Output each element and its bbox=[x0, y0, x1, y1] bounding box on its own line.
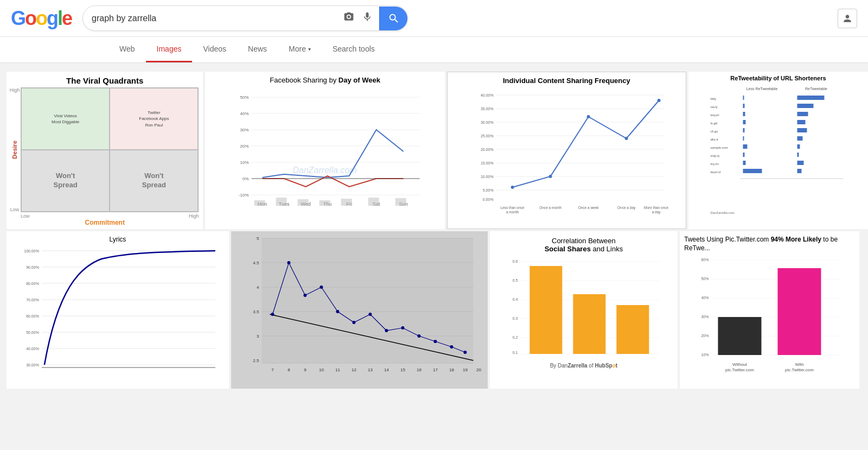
svg-text:is.gd: is.gd bbox=[710, 122, 717, 125]
svg-rect-22 bbox=[254, 200, 265, 206]
svg-text:30%: 30% bbox=[701, 315, 709, 319]
svg-text:DanZarrella.com: DanZarrella.com bbox=[293, 166, 357, 175]
svg-text:10.00%: 10.00% bbox=[481, 175, 494, 179]
result-item-retweet-url[interactable]: ReTweetability of URL Shorteners Less Re… bbox=[688, 72, 868, 229]
svg-text:20: 20 bbox=[476, 367, 481, 372]
svg-rect-28 bbox=[395, 198, 406, 206]
svg-text:2.5: 2.5 bbox=[253, 358, 259, 363]
tab-images[interactable]: Images bbox=[146, 37, 193, 62]
desire-label: Desire bbox=[11, 141, 18, 159]
tab-videos[interactable]: Videos bbox=[192, 37, 237, 62]
svg-text:35.00%: 35.00% bbox=[481, 107, 494, 111]
svg-text:0.3: 0.3 bbox=[512, 316, 518, 320]
svg-text:-10%: -10% bbox=[239, 193, 249, 198]
result-item-pic-twitter[interactable]: Tweets Using Pic.Twitter.com 94% More Li… bbox=[680, 231, 859, 389]
svg-rect-188 bbox=[778, 268, 821, 355]
svg-text:18: 18 bbox=[449, 367, 454, 372]
social-attribution: By DanZarrella of HubSpot bbox=[495, 363, 673, 369]
quadrant-bottom-left: Won'tSpread bbox=[21, 150, 110, 212]
svg-text:Once a day: Once a day bbox=[617, 206, 636, 210]
profile-button[interactable] bbox=[838, 9, 857, 28]
svg-text:10: 10 bbox=[319, 367, 324, 372]
svg-rect-79 bbox=[797, 136, 802, 141]
svg-rect-25 bbox=[320, 200, 330, 206]
svg-text:20%: 20% bbox=[240, 144, 249, 149]
svg-rect-66 bbox=[743, 104, 744, 108]
result-item-scatter[interactable]: 5 4.5 4 3.5 3 2.5 7 8 9 10 11 12 13 14 1… bbox=[231, 231, 488, 389]
svg-text:15.00%: 15.00% bbox=[481, 161, 494, 165]
svg-text:0.4: 0.4 bbox=[512, 297, 518, 301]
svg-rect-73 bbox=[797, 120, 805, 124]
svg-rect-69 bbox=[743, 112, 745, 116]
microphone-icon[interactable] bbox=[361, 10, 374, 26]
pic-twitter-title: Tweets Using Pic.Twitter.com 94% More Li… bbox=[684, 236, 855, 252]
camera-icon[interactable] bbox=[342, 10, 355, 26]
svg-text:50.00%: 50.00% bbox=[26, 331, 39, 334]
svg-text:15: 15 bbox=[400, 367, 405, 372]
svg-point-142 bbox=[336, 310, 339, 313]
svg-rect-85 bbox=[797, 153, 799, 157]
tab-search-tools[interactable]: Search tools bbox=[322, 37, 386, 62]
svg-point-145 bbox=[385, 329, 388, 332]
svg-rect-187 bbox=[718, 317, 762, 355]
svg-text:ReTweetable: ReTweetable bbox=[805, 87, 827, 91]
content-chart-svg: 40.00% 35.00% 30.00% 25.00% 20.00% 15.00… bbox=[452, 87, 681, 217]
result-item-social-shares[interactable]: Correlation BetweenSocial Shares and Lin… bbox=[490, 231, 678, 389]
svg-rect-24 bbox=[298, 199, 309, 206]
search-bar[interactable] bbox=[82, 5, 408, 31]
fb-chart-svg: 50% 40% 30% 20% 10% 0% -10% Mon Tues bbox=[209, 86, 440, 217]
commitment-label: Commitment bbox=[11, 219, 199, 226]
svg-text:7: 7 bbox=[271, 367, 274, 372]
search-button[interactable] bbox=[379, 7, 407, 30]
svg-rect-67 bbox=[797, 104, 813, 108]
content-sharing-title: Individual Content Sharing Frequency bbox=[452, 77, 681, 85]
logo-letter-e: e bbox=[62, 7, 72, 29]
svg-text:tny.im: tny.im bbox=[710, 162, 719, 166]
svg-rect-84 bbox=[743, 153, 744, 157]
retweet-chart-svg: Less ReTweetable ReTweetable bitly ow.ly… bbox=[692, 84, 865, 225]
svg-point-149 bbox=[450, 345, 453, 348]
quadrant-top-right: TwitterFacebook AppsRon Paul bbox=[110, 88, 198, 150]
more-dropdown-arrow: ▾ bbox=[308, 46, 311, 52]
svg-text:11: 11 bbox=[335, 367, 340, 372]
tab-more[interactable]: More ▾ bbox=[278, 37, 322, 62]
svg-text:20%: 20% bbox=[701, 334, 709, 338]
svg-text:60%: 60% bbox=[701, 258, 709, 262]
svg-text:3: 3 bbox=[257, 334, 259, 339]
svg-rect-88 bbox=[797, 161, 803, 165]
svg-rect-64 bbox=[797, 96, 824, 100]
result-item-viral-quadrants[interactable]: The Viral Quadrants High Desire Low Vira… bbox=[7, 72, 203, 229]
svg-text:25.00%: 25.00% bbox=[481, 134, 494, 138]
svg-text:4.5: 4.5 bbox=[253, 261, 259, 265]
svg-point-150 bbox=[463, 351, 467, 354]
quadrant-tr-label: TwitterFacebook AppsRon Paul bbox=[139, 110, 169, 128]
svg-text:8: 8 bbox=[288, 367, 290, 372]
retweet-title: ReTweetability of URL Shorteners bbox=[692, 75, 865, 81]
result-item-content-sharing[interactable]: Individual Content Sharing Frequency 40.… bbox=[447, 72, 686, 229]
result-item-lyrics[interactable]: Lyrics 100.00% 90.00% 80.00% 70.00% bbox=[7, 231, 229, 389]
svg-text:sample.com: sample.com bbox=[710, 146, 727, 149]
svg-point-50 bbox=[624, 137, 628, 140]
svg-text:bitly: bitly bbox=[710, 97, 716, 100]
search-icons bbox=[342, 10, 374, 26]
svg-rect-75 bbox=[743, 128, 744, 132]
lyrics-title: Lyrics bbox=[11, 236, 225, 243]
svg-rect-27 bbox=[368, 198, 379, 206]
svg-text:Less than once: Less than once bbox=[500, 206, 524, 210]
quadrant-bottom-right: Won'tSpread bbox=[110, 150, 198, 212]
svg-rect-78 bbox=[743, 136, 744, 141]
tab-web[interactable]: Web bbox=[108, 37, 146, 62]
svg-text:DanZarrella.com: DanZarrella.com bbox=[636, 217, 665, 217]
result-item-fb-sharing[interactable]: Facebook Sharing by Day of Week 50% 40% … bbox=[205, 72, 444, 229]
nav-bar: Web Images Videos News More ▾ Search too… bbox=[0, 37, 868, 63]
svg-text:30.00%: 30.00% bbox=[26, 363, 39, 367]
svg-rect-82 bbox=[797, 144, 800, 149]
logo-letter-g2: g bbox=[47, 7, 58, 29]
svg-text:0.6: 0.6 bbox=[512, 259, 518, 263]
tab-news[interactable]: News bbox=[237, 37, 278, 62]
search-input[interactable] bbox=[92, 14, 342, 23]
svg-point-147 bbox=[417, 334, 420, 338]
svg-text:tinyurl: tinyurl bbox=[710, 113, 719, 117]
viral-quadrants-title: The Viral Quadrants bbox=[11, 76, 199, 85]
svg-text:10%: 10% bbox=[240, 160, 249, 165]
